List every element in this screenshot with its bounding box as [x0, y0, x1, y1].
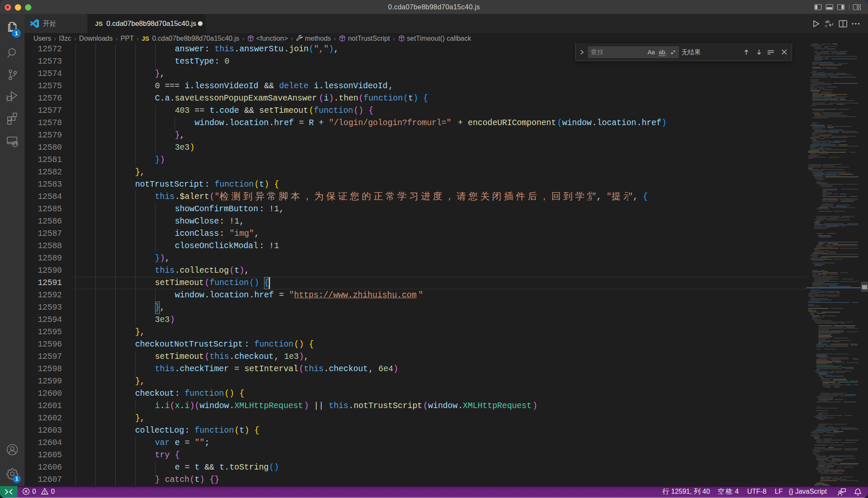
svg-text:c: c: [825, 23, 827, 28]
